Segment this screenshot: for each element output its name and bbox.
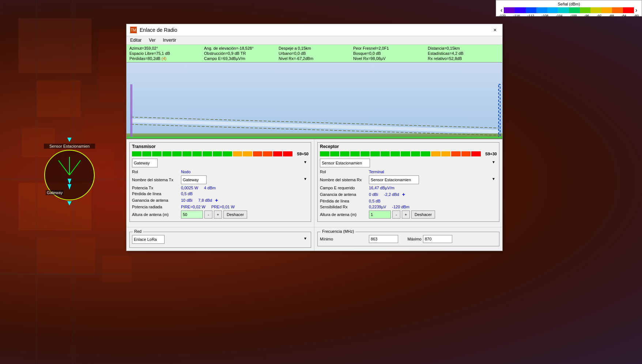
receptor-altura-plus[interactable]: +	[402, 211, 410, 219]
transmisor-potencia-label: Potencia Tx	[132, 186, 180, 190]
menu-editar[interactable]: Editar	[129, 37, 143, 43]
red-section: Red Enlace LoRa ▼	[129, 232, 311, 248]
transmisor-perdida-value: 0,5 dB	[181, 192, 193, 196]
info-obstruccion: Obstrucción=0,9 dB TR	[204, 51, 276, 56]
frecuencia-min-input[interactable]	[369, 235, 398, 243]
transmisor-deshacer[interactable]: Deshacer	[223, 211, 247, 219]
transmisor-title: Transmisor	[132, 144, 309, 149]
receptor-perdida-value: 0,5 dB	[369, 199, 381, 203]
transmisor-ganancia-label: Ganancia de antena	[132, 198, 180, 202]
close-button[interactable]: ×	[491, 26, 499, 34]
red-title: Red	[133, 229, 143, 234]
receptor-signal-level: S9+30	[482, 152, 497, 156]
receptor-nombre-select[interactable]: Sensor Estacionamien	[369, 175, 419, 184]
transmisor-altura-input[interactable]	[181, 211, 203, 219]
gateway-node: Gateway	[46, 190, 64, 195]
receptor-ganancia-value: 0 dBi	[369, 192, 378, 197]
frecuencia-max-input[interactable]	[423, 235, 452, 243]
transmisor-nombre-label: Nombre del sistema Tx	[132, 178, 180, 182]
info-nivel-rx1: Nivel Rx=-67,2dBm	[279, 56, 350, 61]
transmisor-device-select[interactable]: Gateway	[132, 159, 158, 167]
transmisor-ganancia-value: 10 dBi	[181, 198, 192, 202]
svg-rect-1	[18, 18, 91, 73]
receptor-campo-row: Campo E requerido 16,47 dBµV/m	[320, 186, 497, 190]
red-select[interactable]: Enlace LoRa	[132, 235, 165, 244]
transmisor-nombre-row: Nombre del sistema Tx Gateway ▼	[132, 175, 309, 184]
frecuencia-row: Mínimo Máximo	[320, 235, 497, 243]
receptor-rol-value: Terminal	[369, 170, 384, 174]
transmisor-potencia-rad-row: Potencia radiada PIRE=0,02 W PRE=0,01 W	[132, 205, 309, 209]
signal-nav-left[interactable]: ‹	[499, 7, 504, 14]
frecuencia-max-label: Máximo	[400, 237, 422, 241]
receptor-ganancia-label: Ganancia de antena	[320, 192, 367, 197]
receptor-sensibilidad-label: Sensibilidad Rx	[320, 205, 367, 209]
transmisor-potencia-value: 0,0025 W	[181, 186, 198, 190]
frecuencia-section: Frecuencia (MHz) Mínimo Máximo	[317, 232, 499, 246]
receptor-device-select[interactable]: Sensor Estacionamien	[320, 159, 370, 167]
receptor-rol-label: Rol	[320, 170, 367, 174]
receptor-device-row: Sensor Estacionamien ▼	[320, 159, 497, 167]
info-campo: Campo E=69,3dBµV/m	[204, 56, 276, 61]
bottom-panels: Red Enlace LoRa ▼ Frecuencia (MHz) Mínim…	[126, 227, 502, 251]
receptor-sensibilidad-value2: -120 dBm	[392, 205, 409, 209]
info-bar: Azimut=359,02° Ang. de elevación=-18,528…	[126, 45, 502, 62]
receptor-perdida-row: Pérdida de línea 0,5 dB	[320, 199, 497, 203]
svg-rect-9	[37, 238, 95, 274]
info-perdidas: Pérdidas=80,2dB (4)	[129, 56, 201, 61]
sensor-node: ▼ Sensor Estacionamien ▼	[44, 135, 95, 207]
transmisor-ganancia-plus[interactable]: +	[214, 197, 219, 203]
chart-area	[126, 62, 502, 139]
transmisor-altura-row: Altura de antena (m) - + Deshacer	[132, 211, 309, 219]
dialog-title-bar: TM Enlace de Radio ×	[126, 24, 502, 36]
dialog-icon: TM	[130, 27, 137, 33]
signal-nav-right[interactable]: ›	[634, 7, 639, 14]
receptor-altura-row: Altura de antena (m) - + Deshacer	[320, 211, 497, 219]
transmisor-altura-minus[interactable]: -	[204, 211, 212, 219]
receptor-signal-meter: S9+30	[320, 151, 497, 156]
transmisor-altura-plus[interactable]: +	[214, 211, 222, 219]
transmisor-ganancia-row: Ganancia de antena 10 dBi 7,8 dBd +	[132, 197, 309, 203]
transmisor-nombre-select[interactable]: Gateway	[181, 175, 207, 184]
receptor-altura-input[interactable]	[369, 211, 391, 219]
info-nivel-rx2: Nivel Rx=98,08µV	[353, 56, 425, 61]
receptor-title: Receptor	[320, 144, 497, 149]
menu-ver[interactable]: Ver	[147, 37, 157, 43]
frecuencia-panel: Frecuencia (MHz) Mínimo Máximo	[314, 227, 502, 251]
transmisor-rol-row: Rol Nodo	[132, 170, 309, 174]
info-espacio: Espacio Libre=75,1 dB	[129, 51, 201, 56]
signal-bar-title: Señal (dBm)	[499, 2, 639, 6]
info-despeje: Despeje a 0,15km	[279, 46, 350, 50]
svg-rect-28	[126, 137, 502, 138]
red-dropdown-row: Enlace LoRa ▼	[132, 235, 309, 244]
transmisor-pre: PRE=0,01 W	[211, 205, 235, 209]
frecuencia-min-label: Mínimo	[320, 237, 367, 241]
transmisor-ganancia-value2: 7,8 dBd	[198, 198, 212, 202]
transmisor-rol-label: Rol	[132, 170, 180, 174]
info-distancia: Distancia=0,15km	[428, 46, 499, 50]
signal-color-bar: Señal (dBm) ‹ › -120-116-112-108 -104-10…	[496, 0, 642, 16]
transmisor-perdida-row: Pérdida de línea 0,5 dB	[132, 192, 309, 196]
receptor-deshacer[interactable]: Deshacer	[411, 211, 435, 219]
transmisor-signal-level: S9+50	[294, 152, 309, 156]
receptor-section: Receptor	[317, 142, 499, 222]
transmisor-pire: PIRE=0,02 W	[181, 205, 205, 209]
receptor-ganancia-plus[interactable]: +	[401, 192, 407, 197]
transmisor-altura-label: Altura de antena (m)	[132, 212, 180, 217]
transmisor-panel: Transmisor	[126, 139, 314, 227]
receptor-altura-label: Altura de antena (m)	[320, 212, 367, 217]
receptor-rol-row: Rol Terminal	[320, 170, 497, 174]
transmisor-device-row: Gateway ▼	[132, 159, 309, 167]
sensor-label: Sensor Estacionamien	[44, 144, 95, 149]
info-urbano: Urbano=0,0 dB	[279, 51, 350, 56]
svg-rect-10	[102, 256, 132, 281]
receptor-campo-value: 16,47 dBµV/m	[369, 186, 394, 190]
dialog-title: Enlace de Radio	[140, 27, 177, 33]
info-rx-relativo: Rx relativo=52,8dB	[428, 56, 499, 61]
menu-invertir[interactable]: Invertir	[161, 37, 178, 43]
svg-rect-26	[130, 84, 132, 137]
info-bosque: Bosque=0,0 dB	[353, 51, 425, 56]
info-estadisticas: Estadísticas=4,2 dB	[428, 51, 499, 56]
transmisor-perdida-label: Pérdida de línea	[132, 192, 180, 196]
receptor-campo-label: Campo E requerido	[320, 186, 367, 190]
receptor-altura-minus[interactable]: -	[392, 211, 400, 219]
